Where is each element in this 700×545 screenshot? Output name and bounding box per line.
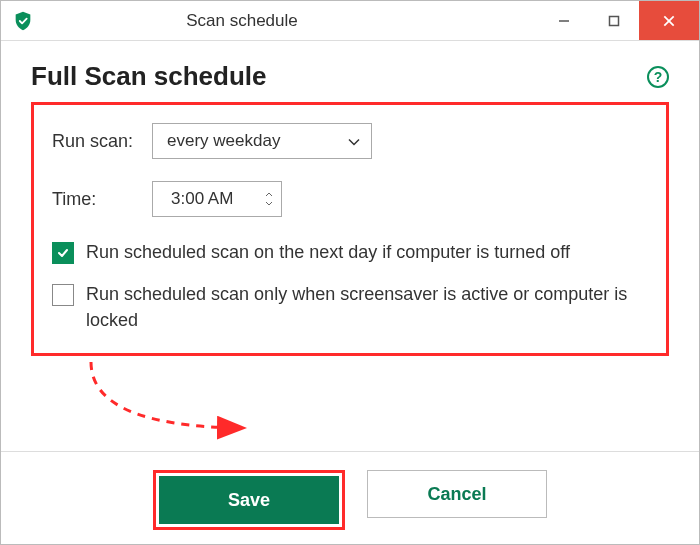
help-icon[interactable]: ? bbox=[647, 66, 669, 88]
footer-buttons: Save Cancel bbox=[1, 451, 699, 545]
run-scan-select[interactable]: every weekday bbox=[152, 123, 372, 159]
time-value: 3:00 AM bbox=[171, 189, 233, 208]
time-row: Time: 3:00 AM bbox=[52, 181, 648, 217]
run-scan-label: Run scan: bbox=[52, 131, 152, 152]
time-label: Time: bbox=[52, 189, 152, 210]
svg-rect-1 bbox=[610, 16, 619, 25]
time-input[interactable]: 3:00 AM bbox=[152, 181, 282, 217]
window-title: Scan schedule bbox=[0, 11, 539, 31]
checkbox-next-day-label: Run scheduled scan on the next day if co… bbox=[86, 239, 570, 265]
minimize-button[interactable] bbox=[539, 1, 589, 40]
checkbox-next-day-row: Run scheduled scan on the next day if co… bbox=[52, 239, 648, 265]
checkbox-screensaver-label: Run scheduled scan only when screensaver… bbox=[86, 281, 648, 333]
annotation-arrow bbox=[31, 366, 669, 441]
time-spinner-icon bbox=[265, 191, 273, 207]
heading-row: Full Scan schedule ? bbox=[31, 61, 669, 92]
checkbox-next-day[interactable] bbox=[52, 242, 74, 264]
window-controls bbox=[539, 1, 699, 40]
save-button[interactable]: Save bbox=[159, 476, 339, 524]
checkbox-screensaver[interactable] bbox=[52, 284, 74, 306]
maximize-button[interactable] bbox=[589, 1, 639, 40]
scan-schedule-window: Scan schedule Full Scan schedule ? Run s… bbox=[0, 0, 700, 545]
checkbox-screensaver-row: Run scheduled scan only when screensaver… bbox=[52, 281, 648, 333]
titlebar: Scan schedule bbox=[1, 1, 699, 41]
settings-highlight-box: Run scan: every weekday Time: 3:00 AM bbox=[31, 102, 669, 356]
run-scan-row: Run scan: every weekday bbox=[52, 123, 648, 159]
close-button[interactable] bbox=[639, 1, 699, 40]
content-area: Full Scan schedule ? Run scan: every wee… bbox=[1, 41, 699, 451]
save-button-highlight: Save bbox=[153, 470, 345, 530]
page-title: Full Scan schedule bbox=[31, 61, 267, 92]
cancel-button[interactable]: Cancel bbox=[367, 470, 547, 518]
